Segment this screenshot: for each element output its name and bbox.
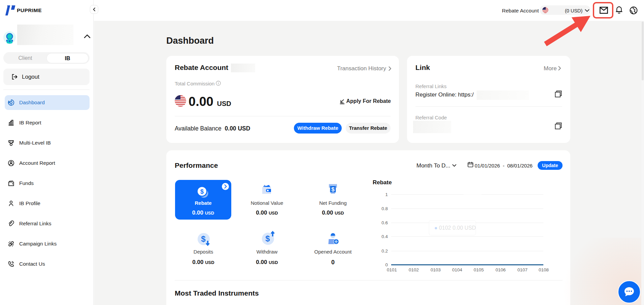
svg-text:$: $ bbox=[265, 234, 270, 243]
svg-text:$: $ bbox=[331, 186, 335, 193]
svg-text:$: $ bbox=[200, 188, 204, 195]
svg-text:$: $ bbox=[201, 234, 206, 243]
